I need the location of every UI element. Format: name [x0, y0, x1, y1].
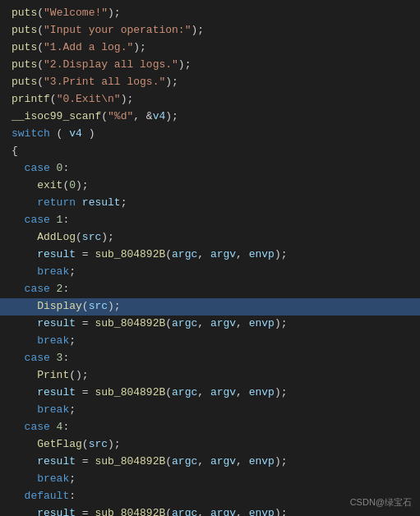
code-line: Print();	[0, 367, 420, 385]
code-token: result	[12, 505, 76, 516]
code-token: );	[108, 436, 121, 453]
code-token: (	[165, 385, 172, 401]
code-token: (	[101, 108, 108, 125]
code-token: (	[37, 57, 44, 73]
code-token: )	[82, 126, 95, 142]
code-token: );	[275, 316, 288, 332]
code-line: GetFlag(src);	[0, 436, 420, 454]
code-token: :	[69, 488, 76, 504]
code-token: result	[12, 246, 76, 263]
code-token: (	[37, 39, 44, 56]
code-line: break;	[0, 264, 420, 281]
code-token: "1.Add a log."	[44, 39, 133, 56]
code-line: exit(0);	[0, 177, 420, 195]
code-line: puts("3.Print all logs.");	[0, 74, 420, 91]
code-token: envp	[249, 505, 275, 516]
code-token: ;	[69, 471, 76, 487]
code-token: );	[165, 74, 178, 90]
code-token: result	[12, 316, 76, 332]
code-line: break;	[0, 333, 420, 350]
code-token: (	[82, 436, 89, 453]
code-token: "Input your operation:"	[44, 22, 191, 39]
code-token: Display	[12, 298, 82, 315]
code-token: envp	[249, 385, 275, 401]
code-token: ,	[197, 505, 210, 516]
code-token: ,	[236, 454, 249, 470]
code-token: :	[62, 281, 69, 297]
code-token: ,	[197, 246, 210, 263]
code-token: envp	[249, 454, 275, 470]
code-token: v4	[69, 126, 82, 142]
code-token: (	[62, 177, 69, 194]
code-token: argv	[210, 385, 236, 401]
code-token: (	[165, 316, 172, 332]
code-token: ,	[236, 316, 249, 332]
code-token: argc	[172, 316, 197, 332]
code-token: "0.Exit\n"	[57, 91, 121, 108]
code-token: (	[50, 126, 69, 142]
code-container: puts("Welcome!");puts("Input your operat…	[0, 0, 420, 516]
code-token: sub_804892B	[95, 316, 165, 332]
code-token: "3.Print all logs."	[44, 74, 165, 90]
code-token: "Welcome!"	[44, 5, 108, 21]
code-line: puts("1.Add a log.");	[0, 39, 420, 57]
code-token: Print	[12, 367, 69, 384]
code-token: ,	[197, 316, 210, 332]
code-token: (	[165, 505, 172, 516]
code-token: src	[89, 436, 108, 453]
code-token: 4	[57, 419, 63, 435]
code-token: puts	[12, 74, 37, 90]
code-token: (	[165, 454, 172, 470]
code-token: result	[12, 454, 76, 470]
code-line: puts("Welcome!");	[0, 5, 420, 22]
code-token: =	[76, 316, 95, 332]
code-token: case	[12, 160, 57, 177]
code-line: result = sub_804892B(argc, argv, envp);	[0, 454, 420, 471]
code-token: __isoc99_scanf	[12, 108, 101, 125]
code-token: :	[62, 212, 69, 228]
code-token: (	[37, 22, 44, 39]
code-line: Display(src);	[0, 298, 420, 316]
code-token: argc	[172, 454, 197, 470]
code-token: case	[12, 350, 57, 366]
code-token: 2	[57, 281, 63, 297]
code-line: case 4:	[0, 419, 420, 436]
code-token: envp	[249, 316, 275, 332]
code-token: ,	[236, 246, 249, 263]
code-token: );	[133, 39, 146, 56]
code-token: );	[101, 229, 114, 246]
code-token: result	[12, 385, 76, 401]
code-token: break	[12, 333, 69, 349]
code-token: {	[12, 143, 18, 159]
code-token: );	[165, 108, 178, 125]
code-token: =	[76, 246, 95, 263]
code-line: case 2:	[0, 281, 420, 298]
code-line: return result;	[0, 195, 420, 212]
code-token: return	[12, 195, 82, 211]
code-token: );	[275, 385, 288, 401]
code-line: printf("0.Exit\n");	[0, 91, 420, 108]
code-line: puts("2.Display all logs.");	[0, 57, 420, 74]
code-line: result = sub_804892B(argc, argv, envp);	[0, 385, 420, 402]
code-line: result = sub_804892B(argc, argv, envp);	[0, 316, 420, 333]
code-line: AddLog(src);	[0, 229, 420, 246]
code-token: );	[76, 177, 89, 194]
code-token: case	[12, 212, 57, 228]
code-token: :	[62, 419, 69, 435]
code-line: break;	[0, 402, 420, 419]
code-token: argv	[210, 454, 236, 470]
code-token: "%d"	[108, 108, 133, 125]
code-token: src	[82, 229, 101, 246]
code-token: );	[108, 5, 121, 21]
code-token: ;	[69, 402, 76, 418]
code-token: v4	[153, 108, 166, 125]
code-token: argv	[210, 316, 236, 332]
code-line: switch ( v4 )	[0, 126, 420, 143]
code-token: (	[165, 246, 172, 263]
code-line: case 1:	[0, 212, 420, 229]
code-token: argv	[210, 505, 236, 516]
code-token: );	[121, 91, 134, 108]
code-token: (	[37, 74, 44, 90]
code-token: puts	[12, 22, 37, 39]
code-token: ,	[197, 454, 210, 470]
